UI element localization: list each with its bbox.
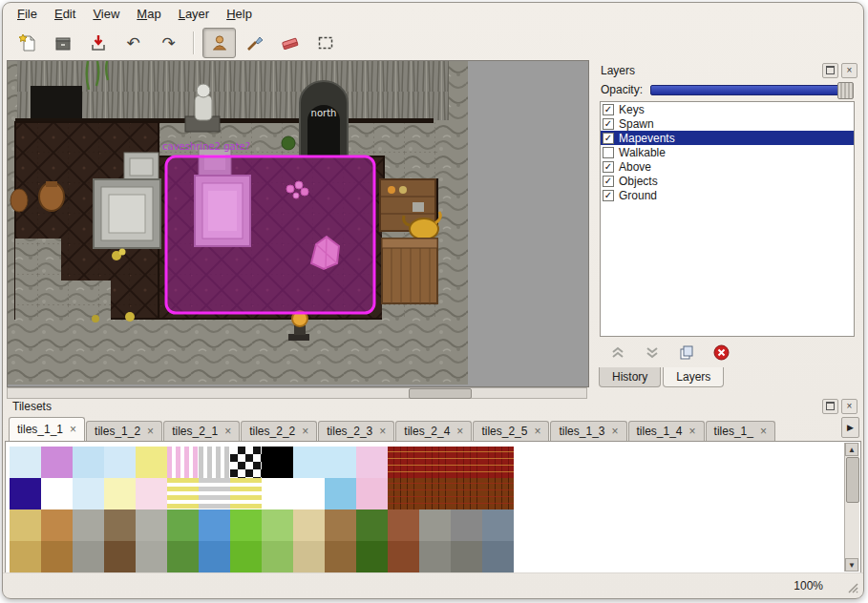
tab-layers[interactable]: Layers xyxy=(663,367,724,387)
tileset-tile[interactable] xyxy=(10,478,41,509)
select-tool-button[interactable] xyxy=(308,28,342,58)
tileset-tile[interactable] xyxy=(41,541,73,572)
open-button[interactable] xyxy=(46,28,79,58)
tileset-tile[interactable] xyxy=(104,478,136,509)
tileset-tile[interactable] xyxy=(104,447,136,478)
tileset-tile[interactable] xyxy=(293,509,325,541)
layer-row-above[interactable]: ✓Above xyxy=(601,159,854,174)
tileset-tile[interactable] xyxy=(388,541,419,572)
tileset-tile[interactable] xyxy=(262,447,293,478)
tileset-tab-tiles_2_4[interactable]: tiles_2_4× xyxy=(395,421,472,441)
tileset-tile[interactable] xyxy=(10,509,41,541)
tileset-tile[interactable] xyxy=(136,541,167,572)
tileset-tile[interactable] xyxy=(325,478,356,509)
tileset-tile[interactable] xyxy=(482,478,514,509)
layer-checkbox[interactable]: ✓ xyxy=(603,118,614,130)
scroll-up-button[interactable]: ▲ xyxy=(845,443,858,456)
tileset-tile[interactable] xyxy=(451,541,482,572)
tileset-tile[interactable] xyxy=(104,541,136,572)
tileset-tile[interactable] xyxy=(167,509,199,541)
scrollbar-handle[interactable] xyxy=(846,457,859,503)
menu-item-help[interactable]: Help xyxy=(218,3,261,26)
tileset-tile[interactable] xyxy=(293,447,325,478)
close-panel-button[interactable]: × xyxy=(841,63,857,78)
tileset-tile[interactable] xyxy=(167,541,199,572)
tileset-tile[interactable] xyxy=(451,509,482,541)
tileset-tile[interactable] xyxy=(73,447,104,478)
tileset-tab-tiles_2_2[interactable]: tiles_2_2× xyxy=(241,421,317,441)
tileset-tile[interactable] xyxy=(136,447,167,478)
layer-row-keys[interactable]: ✓Keys xyxy=(601,102,854,116)
tileset-tile[interactable] xyxy=(104,509,136,541)
tileset-tile[interactable] xyxy=(262,478,293,509)
menu-item-view[interactable]: View xyxy=(84,3,128,26)
move-layer-down-button[interactable] xyxy=(641,343,664,362)
tileset-tile[interactable] xyxy=(451,447,482,478)
tileset-tile[interactable] xyxy=(41,478,73,509)
close-icon[interactable]: × xyxy=(689,426,696,436)
layer-row-objects[interactable]: ✓Objects xyxy=(601,174,854,188)
map-viewport[interactable]: north xyxy=(7,60,589,387)
tileset-tile[interactable] xyxy=(73,478,104,509)
undo-button[interactable]: ↶ xyxy=(116,28,150,58)
tileset-tile[interactable] xyxy=(230,447,262,478)
save-button[interactable] xyxy=(81,28,115,58)
tileset-tile[interactable] xyxy=(419,541,451,572)
tileset-tile[interactable] xyxy=(199,478,230,509)
delete-layer-button[interactable] xyxy=(709,343,732,362)
tileset-tile[interactable] xyxy=(419,447,451,478)
tileset-tile[interactable] xyxy=(325,447,356,478)
layer-checkbox[interactable]: ✓ xyxy=(603,190,614,201)
tileset-tile[interactable] xyxy=(451,478,482,509)
tileset-tile[interactable] xyxy=(167,447,199,478)
tileset-tab-tiles_2_5[interactable]: tiles_2_5× xyxy=(473,421,549,441)
tileset-tile[interactable] xyxy=(482,541,514,572)
tileset-tile[interactable] xyxy=(73,509,104,541)
close-icon[interactable]: × xyxy=(379,426,386,436)
tileset-tile[interactable] xyxy=(199,509,230,541)
float-panel-button[interactable] xyxy=(822,63,838,78)
tileset-tile[interactable] xyxy=(388,447,419,478)
tileset-tile[interactable] xyxy=(293,478,325,509)
stamp-tool-button[interactable] xyxy=(202,28,236,58)
tileset-tile[interactable] xyxy=(230,541,262,572)
layer-checkbox[interactable]: ✓ xyxy=(603,161,614,173)
tileset-tab-tiles_1_2[interactable]: tiles_1_2× xyxy=(86,421,162,441)
tileset-tile[interactable] xyxy=(199,447,230,478)
tileset-tile[interactable] xyxy=(482,447,514,478)
eraser-tool-button[interactable] xyxy=(273,28,307,58)
layer-checkbox[interactable]: ✓ xyxy=(603,176,614,187)
tileset-tile[interactable] xyxy=(41,447,73,478)
tileset-tile[interactable] xyxy=(73,541,104,572)
tileset-tile[interactable] xyxy=(482,509,514,541)
close-icon[interactable]: × xyxy=(611,426,618,436)
close-icon[interactable]: × xyxy=(224,426,231,436)
tileset-tile[interactable] xyxy=(388,478,419,509)
map-canvas[interactable]: north xyxy=(8,61,468,385)
menu-item-edit[interactable]: Edit xyxy=(46,3,84,26)
layer-checkbox[interactable]: ✓ xyxy=(603,133,614,144)
tileset-tile[interactable] xyxy=(388,509,419,541)
tileset-vertical-scrollbar[interactable]: ▲ ▼ xyxy=(844,443,859,572)
move-layer-up-button[interactable] xyxy=(606,343,629,362)
tab-history[interactable]: History xyxy=(599,367,661,387)
tileset-tile[interactable] xyxy=(136,509,167,541)
close-icon[interactable]: × xyxy=(302,426,308,436)
tileset-tile[interactable] xyxy=(419,478,451,509)
scroll-down-button[interactable]: ▼ xyxy=(845,558,858,572)
tileset-tile[interactable] xyxy=(325,541,356,572)
close-icon[interactable]: × xyxy=(147,426,154,436)
tileset-tile[interactable] xyxy=(356,447,388,478)
close-icon[interactable]: × xyxy=(70,425,76,434)
opacity-slider[interactable] xyxy=(650,85,854,95)
close-icon[interactable]: × xyxy=(534,426,540,436)
tileset-tile[interactable] xyxy=(199,541,230,572)
layer-row-spawn[interactable]: ✓Spawn xyxy=(601,116,854,131)
tileset-tab-tiles_2_3[interactable]: tiles_2_3× xyxy=(318,421,394,441)
tileset-tile[interactable] xyxy=(293,541,325,572)
tileset-tile[interactable] xyxy=(356,478,388,509)
close-icon[interactable]: × xyxy=(456,426,463,436)
tileset-tile[interactable] xyxy=(230,509,262,541)
tileset-tab-tiles_1_3[interactable]: tiles_1_3× xyxy=(550,421,626,441)
close-panel-button[interactable]: × xyxy=(841,399,857,414)
